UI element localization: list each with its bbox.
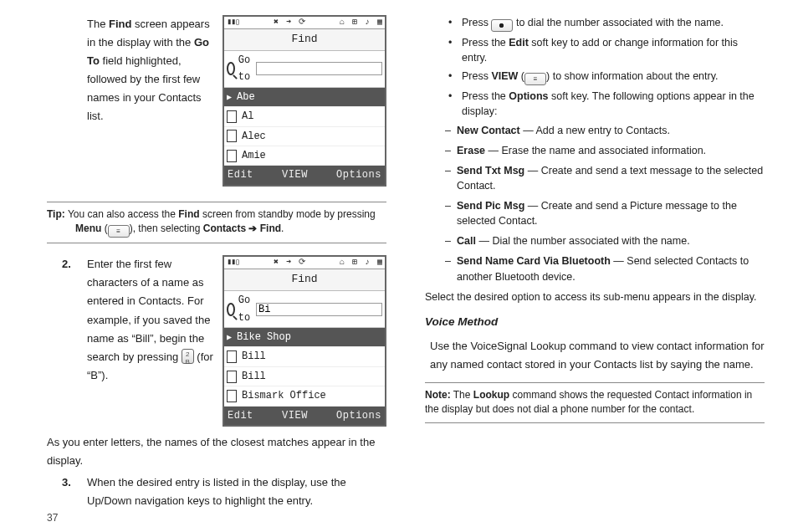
screen-title: Find — [224, 29, 385, 51]
signal-icon: ▮▮▯ — [227, 18, 239, 28]
option-send-pic: Send Pic Msg — Create and send a Picture… — [445, 198, 765, 228]
status-bar: ▮▮▯ ✖ ➜ ⟳ ⌂ ⊞ ♪ ▦ — [224, 17, 385, 29]
manual-page: ▮▮▯ ✖ ➜ ⟳ ⌂ ⊞ ♪ ▦ Find — [0, 0, 798, 532]
softkey-options[interactable]: Options — [336, 166, 381, 183]
softkey-bar: Edit VIEW Options — [224, 407, 385, 425]
softkey-view[interactable]: VIEW — [282, 407, 308, 424]
option-call: Call — Dial the number associated with t… — [445, 233, 765, 248]
option-send-bluetooth: Send Name Card Via Bluetooth — Send sele… — [445, 253, 765, 284]
list-item[interactable]: ▶ Abe — [224, 88, 385, 107]
option-send-txt: Send Txt Msg — Create and send a text me… — [445, 163, 765, 193]
bullet-press-edit: Press the Edit soft key to add or change… — [445, 35, 765, 65]
search-icon — [227, 62, 235, 75]
right-status-icons: ⌂ ⊞ ♪ ▦ — [337, 18, 382, 28]
list-item[interactable]: Alec — [224, 127, 385, 146]
options-after: Select the desired option to access its … — [425, 289, 765, 304]
bullet-press-options: Press the Options soft key. The followin… — [445, 89, 765, 119]
softkey-view[interactable]: VIEW — [282, 166, 308, 183]
phone-icon — [227, 110, 237, 123]
option-new-contact: New Contact — Add a new entry to Contact… — [445, 123, 765, 138]
left-column: ▮▮▯ ✖ ➜ ⟳ ⌂ ⊞ ♪ ▦ Find — [47, 15, 386, 515]
goto-field: Go to — [224, 51, 385, 88]
contact-name: Abe — [237, 89, 255, 105]
selection-marker-icon: ▶ — [227, 90, 232, 105]
note-label: Note: — [425, 389, 451, 401]
tip-label: Tip: — [47, 208, 65, 220]
right-column: Press ⏺ to dial the number associated wi… — [425, 15, 765, 515]
step-2-after: As you enter letters, the names of the c… — [47, 433, 386, 470]
send-key-icon: ⏺ — [491, 19, 513, 32]
bullet-press-view: Press VIEW (≡) to show information about… — [445, 69, 765, 85]
option-erase: Erase — Erase the name and associated in… — [445, 143, 765, 158]
key-2-icon: 2B — [182, 349, 194, 364]
page-number: 37 — [47, 512, 58, 524]
list-item[interactable]: Amie — [224, 146, 385, 166]
phone-icon — [227, 390, 237, 402]
note-box: Note: The Lookup command shows the reque… — [425, 382, 765, 423]
softkey-edit[interactable]: Edit — [228, 407, 253, 424]
menu-key-icon: ≡ — [108, 225, 130, 238]
bullet-press-dial: Press ⏺ to dial the number associated wi… — [445, 15, 765, 32]
step-2: 2. Enter the first few characters of a n… — [47, 255, 386, 385]
phone-screen-find-1: ▮▮▯ ✖ ➜ ⟳ ⌂ ⊞ ♪ ▦ Find — [223, 15, 386, 187]
list-item[interactable]: Bismark Office — [224, 386, 385, 406]
goto-input[interactable] — [256, 62, 382, 75]
phone-icon — [227, 130, 237, 142]
list-item[interactable]: Al — [224, 107, 385, 126]
softkey-options[interactable]: Options — [336, 407, 381, 424]
softkey-bar: Edit VIEW Options — [224, 166, 385, 184]
tip-box: Tip: You can also access the Find screen… — [47, 202, 386, 243]
voice-method-body: Use the VoiceSignal Lookup command to vi… — [430, 337, 765, 374]
step-3: 3. When the desired entry is listed in t… — [47, 473, 386, 510]
phone-icon — [227, 150, 237, 162]
ok-key-icon: ≡ — [524, 73, 546, 85]
goto-label: Go to — [238, 52, 253, 86]
voice-method-heading: Voice Method — [425, 313, 765, 332]
top-status-icons: ✖ ➜ ⟳ — [271, 18, 305, 28]
softkey-edit[interactable]: Edit — [228, 166, 253, 183]
